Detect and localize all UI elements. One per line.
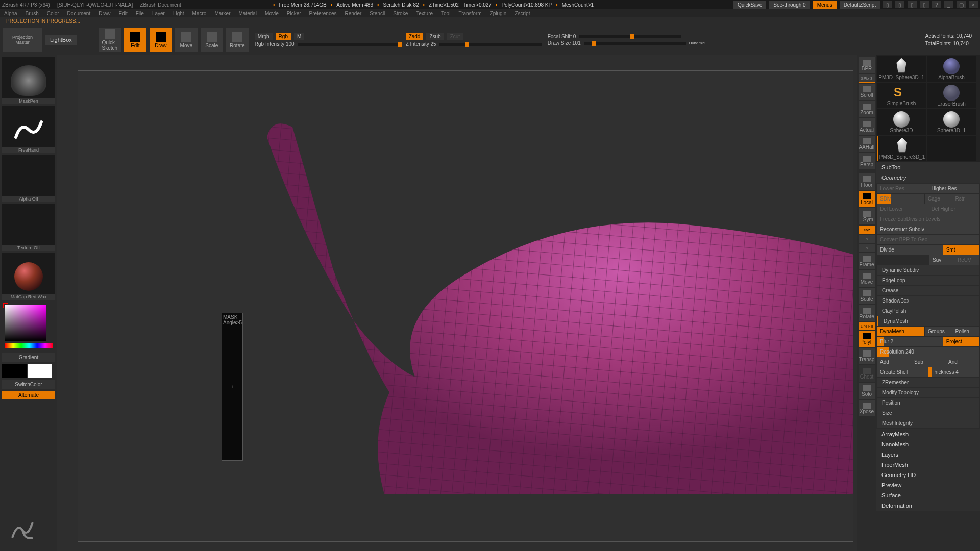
menu-picker[interactable]: Picker bbox=[287, 11, 301, 16]
scroll-button[interactable]: Scroll bbox=[859, 84, 875, 100]
rediv-button[interactable]: ReUV bbox=[954, 255, 979, 265]
tool-slot-4[interactable]: EraserBrush bbox=[927, 83, 976, 108]
xyz-button[interactable]: Xyz bbox=[859, 226, 875, 234]
del-higher-button[interactable]: Del Higher bbox=[928, 204, 979, 214]
crease-header[interactable]: Crease bbox=[877, 286, 979, 295]
menu-macro[interactable]: Macro bbox=[192, 11, 207, 16]
main-color-swatch[interactable] bbox=[2, 364, 27, 378]
arraymesh-header[interactable]: ArrayMesh bbox=[876, 429, 980, 439]
add-button[interactable]: Add bbox=[877, 357, 911, 367]
bpr-button[interactable]: BPR bbox=[859, 57, 875, 73]
maximize-icon[interactable]: ▢ bbox=[957, 1, 966, 8]
axis-x-button[interactable]: ○ bbox=[859, 235, 875, 243]
menu-material[interactable]: Material bbox=[239, 11, 257, 16]
menu-stroke[interactable]: Stroke bbox=[393, 11, 408, 16]
dynamesh-header[interactable]: DynaMesh bbox=[877, 316, 979, 326]
layers-header[interactable]: Layers bbox=[876, 449, 980, 460]
groups-button[interactable]: Groups bbox=[925, 327, 952, 336]
preview-header[interactable]: Preview bbox=[876, 480, 980, 490]
menu-file[interactable]: File bbox=[136, 11, 144, 16]
tool-slot-7[interactable]: PM3D_Sphere3D_1 bbox=[877, 136, 926, 161]
menu-brush[interactable]: Brush bbox=[26, 11, 39, 16]
seethrough-slider[interactable]: See-through 0 bbox=[769, 1, 810, 9]
nanomesh-header[interactable]: NanoMesh bbox=[876, 439, 980, 449]
alternate-button[interactable]: Alternate bbox=[2, 391, 55, 399]
hue-slider[interactable] bbox=[5, 343, 53, 348]
convert-bpr-button[interactable]: Convert BPR To Geo bbox=[877, 235, 979, 244]
divide-button[interactable]: Divide bbox=[877, 245, 943, 255]
geometry-hd-header[interactable]: Geometry HD bbox=[876, 470, 980, 480]
rotate-button[interactable]: Rotate bbox=[226, 28, 249, 52]
polyf-button[interactable]: PolyF bbox=[859, 331, 875, 347]
transp-button[interactable]: Transp bbox=[859, 348, 875, 364]
layout-a-icon[interactable]: ▯ bbox=[883, 1, 892, 8]
position-header[interactable]: Position bbox=[877, 398, 979, 408]
freeze-subdiv-button[interactable]: Freeze SubDivision Levels bbox=[877, 214, 979, 224]
scale-view-button[interactable]: Scale bbox=[859, 288, 875, 304]
dynamic-label[interactable]: Dynamic bbox=[689, 41, 705, 45]
scale-button[interactable]: Scale bbox=[201, 28, 223, 52]
viewport[interactable]: MASK Angle>5 + bbox=[57, 55, 857, 551]
move-view-button[interactable]: Move bbox=[859, 270, 875, 287]
draw-size-slider[interactable] bbox=[584, 42, 686, 45]
menus-toggle[interactable]: Menus bbox=[813, 1, 837, 9]
menu-layer[interactable]: Layer bbox=[152, 11, 165, 16]
gradient-button[interactable]: Gradient bbox=[2, 353, 55, 362]
zremesher-header[interactable]: ZRemesher bbox=[877, 378, 979, 387]
resolution-slider[interactable]: Resolution 240 bbox=[877, 347, 979, 357]
lower-res-button[interactable]: Lower Res bbox=[877, 184, 928, 193]
m-button[interactable]: M bbox=[294, 33, 304, 40]
spix-slider[interactable]: SPix 3 bbox=[859, 74, 875, 83]
alpha-selector[interactable]: Alpha Off bbox=[2, 155, 55, 202]
tool-slot-6[interactable]: Sphere3D_1 bbox=[927, 109, 976, 135]
tool-slot-2[interactable]: AlphaBrush bbox=[927, 56, 976, 82]
edgeloop-header[interactable]: EdgeLoop bbox=[877, 276, 979, 285]
lsym-button[interactable]: LSym bbox=[859, 208, 875, 224]
move-button[interactable]: Move bbox=[175, 28, 198, 52]
menu-preferences[interactable]: Preferences bbox=[309, 11, 337, 16]
modify-topology-header[interactable]: Modify Topology bbox=[877, 388, 979, 397]
rotate-view-button[interactable]: Rotate bbox=[859, 305, 875, 321]
surface-header[interactable]: Surface bbox=[876, 490, 980, 500]
layout-d-icon[interactable]: ▯ bbox=[920, 1, 929, 8]
menu-edit[interactable]: Edit bbox=[119, 11, 128, 16]
zadd-button[interactable]: Zadd bbox=[406, 33, 424, 40]
sub-button[interactable]: Sub bbox=[911, 357, 945, 367]
menu-marker[interactable]: Marker bbox=[214, 11, 230, 16]
edit-button[interactable]: Edit bbox=[124, 28, 146, 52]
dynamic-subdiv-header[interactable]: Dynamic Subdiv bbox=[877, 265, 979, 275]
fibermesh-header[interactable]: FiberMesh bbox=[876, 460, 980, 470]
menu-tool[interactable]: Tool bbox=[441, 11, 450, 16]
menu-light[interactable]: Light bbox=[173, 11, 184, 16]
focal-shift-slider[interactable] bbox=[579, 35, 681, 38]
tool-slot-5[interactable]: Sphere3D bbox=[877, 109, 926, 135]
sdiv-slider[interactable]: SDiv bbox=[877, 194, 924, 204]
tool-slot-1[interactable]: PM3D_Sphere3D_1 bbox=[877, 56, 926, 82]
menu-zscript[interactable]: Zscript bbox=[514, 11, 530, 16]
quicksave-button[interactable]: QuickSave bbox=[733, 1, 766, 9]
lightbox-button[interactable]: LightBox bbox=[45, 35, 77, 45]
rgb-intensity-slider[interactable] bbox=[298, 43, 400, 46]
stroke-selector[interactable]: FreeHand bbox=[2, 106, 55, 153]
geometry-header[interactable]: Geometry bbox=[876, 172, 980, 183]
create-shell-button[interactable]: Create Shell bbox=[877, 367, 928, 377]
deformation-header[interactable]: Deformation bbox=[876, 500, 980, 511]
polish-button[interactable]: Polish bbox=[952, 327, 979, 336]
mesh-integrity-header[interactable]: MeshIntegrity bbox=[877, 418, 979, 428]
frame-button[interactable]: Frame bbox=[859, 253, 875, 269]
material-selector[interactable]: MatCap Red Wax bbox=[2, 253, 55, 300]
aahalf-button[interactable]: AAHalf bbox=[859, 136, 875, 152]
local-button[interactable]: Local bbox=[859, 191, 875, 207]
menu-document[interactable]: Document bbox=[67, 11, 91, 16]
menu-texture[interactable]: Texture bbox=[416, 11, 433, 16]
mrgb-button[interactable]: Mrgb bbox=[255, 33, 273, 40]
shadowbox-header[interactable]: ShadowBox bbox=[877, 296, 979, 306]
projection-master-button[interactable]: Projection Master bbox=[3, 28, 42, 52]
solo-button[interactable]: Solo bbox=[859, 383, 875, 399]
actual-button[interactable]: Actual bbox=[859, 118, 875, 135]
ghost-button[interactable]: Ghost bbox=[859, 365, 875, 382]
switchcolor-button[interactable]: SwitchColor bbox=[2, 380, 55, 389]
menu-draw[interactable]: Draw bbox=[99, 11, 110, 16]
rgb-button[interactable]: Rgb bbox=[276, 33, 291, 40]
dynamesh-button[interactable]: DynaMesh bbox=[877, 327, 924, 336]
